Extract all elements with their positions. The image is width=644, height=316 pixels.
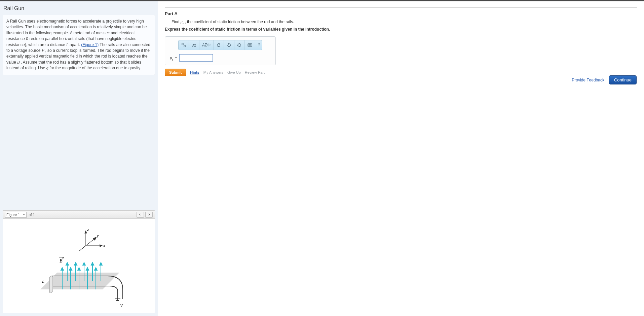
axis-x: x [103, 244, 105, 248]
figure-body: V L [3, 219, 155, 313]
figure-select[interactable]: Figure 1 ▼ [5, 212, 27, 218]
prompt: Find μs , the coefficient of static fric… [172, 20, 637, 25]
svg-rect-37 [182, 43, 183, 45]
give-up-link[interactable]: Give Up [227, 70, 241, 74]
figure-next-button[interactable]: > [145, 212, 153, 218]
svg-marker-41 [228, 43, 229, 45]
railgun-diagram: V L [25, 222, 133, 310]
keyboard-button[interactable] [245, 40, 255, 50]
provide-feedback-link[interactable]: Provide Feedback [572, 78, 604, 82]
hints-link[interactable]: Hints [190, 70, 199, 74]
variable-m: m [107, 31, 110, 35]
figure-select-label: Figure 1 [6, 213, 20, 217]
svg-marker-40 [218, 43, 220, 45]
svg-rect-6 [49, 275, 53, 293]
svg-marker-8 [61, 268, 64, 270]
footer-row: Provide Feedback Continue [572, 75, 637, 84]
submit-button[interactable]: Submit [165, 69, 186, 76]
redo-button[interactable] [224, 40, 234, 50]
figure-header: Figure 1 ▼ of 1 < > [3, 211, 155, 219]
svg-marker-20 [74, 262, 77, 265]
undo-button[interactable] [214, 40, 224, 50]
prompt-var: μs [181, 20, 185, 24]
reset-button[interactable] [234, 40, 245, 50]
figure-count: of 1 [29, 213, 35, 217]
my-answers-link[interactable]: My Answers [203, 70, 223, 74]
axis-y: y [97, 234, 99, 238]
svg-marker-14 [86, 268, 89, 270]
answer-label: μs = [170, 55, 177, 61]
svg-marker-10 [69, 268, 72, 270]
svg-marker-22 [83, 262, 85, 265]
figure-link[interactable]: (Figure 1) [81, 42, 99, 47]
continue-button[interactable]: Continue [609, 75, 637, 84]
action-row: Submit Hints My Answers Give Up Review P… [165, 69, 637, 76]
svg-marker-12 [78, 268, 80, 270]
variable-V: V [42, 48, 44, 53]
svg-rect-38 [184, 45, 185, 47]
left-pane: Rail Gun A Rail Gun uses electromagnetic… [0, 1, 158, 316]
svg-marker-24 [91, 262, 94, 265]
prompt-text: Find [172, 20, 181, 24]
answer-input[interactable] [179, 54, 213, 62]
intro-text: apart. [70, 42, 81, 47]
figure-nav: < > [137, 212, 153, 218]
variable-g: g [46, 66, 48, 70]
figure-prev-button[interactable]: < [137, 212, 144, 218]
answer-row: μs = [170, 54, 272, 62]
equation-toolbar: ΑΣΦ ? [178, 40, 262, 50]
svg-marker-42 [237, 45, 238, 46]
label-B: B [60, 258, 63, 264]
variable-B: B [17, 60, 20, 65]
svg-line-36 [82, 246, 86, 249]
part-title: Part A [165, 11, 637, 16]
greek-letters-button[interactable]: ΑΣΦ [199, 40, 214, 50]
svg-marker-18 [66, 262, 69, 265]
label-L: L [42, 279, 44, 284]
svg-marker-34 [93, 237, 96, 240]
instruction: Express the coefficient of static fricti… [165, 27, 637, 32]
variable-L: L [66, 42, 69, 47]
main-layout: Rail Gun A Rail Gun uses electromagnetic… [0, 1, 644, 316]
svg-rect-43 [248, 44, 252, 47]
svg-marker-28 [63, 257, 64, 259]
axis-z: z [87, 227, 89, 232]
intro-text: for the magnitude of the acceleration du… [49, 66, 141, 70]
problem-title: Rail Gun [3, 5, 154, 11]
variable-R: R [26, 36, 28, 41]
svg-marker-32 [100, 245, 102, 247]
svg-line-33 [86, 238, 95, 246]
svg-marker-16 [94, 268, 97, 270]
figure-panel: Figure 1 ▼ of 1 < > [3, 210, 155, 313]
problem-intro: A Rail Gun uses electromagnetic forces t… [3, 15, 155, 75]
review-part-link[interactable]: Review Part [245, 70, 265, 74]
svg-rect-39 [194, 45, 196, 47]
prompt-text: , the coefficient of static friction bet… [185, 20, 294, 24]
right-pane: Part A Find μs , the coefficient of stat… [158, 1, 644, 316]
label-V: V [120, 303, 123, 308]
svg-marker-30 [85, 231, 87, 233]
part-header: Part A [165, 7, 637, 16]
answer-area: ΑΣΦ ? μs = [165, 36, 276, 65]
template-root-button[interactable] [189, 40, 199, 50]
chevron-down-icon: ▼ [23, 213, 25, 216]
help-button[interactable]: ? [255, 40, 262, 50]
svg-marker-26 [100, 262, 102, 265]
template-fraction-button[interactable] [179, 40, 189, 50]
